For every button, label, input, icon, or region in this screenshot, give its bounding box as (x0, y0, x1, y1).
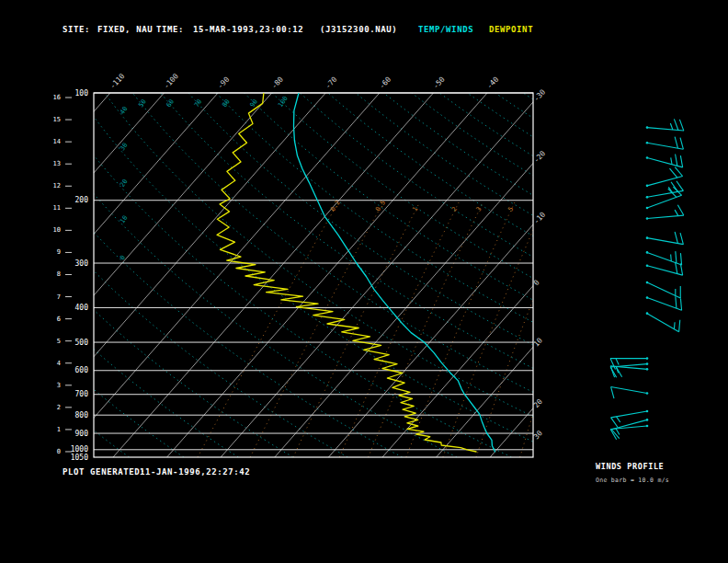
svg-text:20: 20 (119, 178, 129, 189)
svg-text:14: 14 (53, 138, 61, 145)
svg-text:20: 20 (532, 397, 544, 409)
svg-text:11: 11 (53, 204, 61, 212)
svg-text:1: 1 (411, 205, 419, 213)
svg-text:-10: -10 (532, 211, 548, 226)
svg-text:10: 10 (53, 226, 61, 234)
svg-text:16: 16 (53, 94, 61, 101)
isotherm-lines (0, 93, 728, 457)
svg-text:-100: -100 (162, 72, 180, 90)
svg-text:5: 5 (57, 338, 61, 345)
svg-text:100: 100 (75, 89, 89, 98)
svg-text:6: 6 (57, 316, 61, 323)
svg-text:4: 4 (57, 360, 61, 367)
temperature-curve (294, 93, 495, 452)
svg-text:70: 70 (193, 98, 203, 109)
svg-text:3: 3 (57, 382, 61, 389)
svg-text:-20: -20 (532, 149, 548, 165)
svg-text:30: 30 (532, 429, 544, 441)
svg-text:0: 0 (119, 254, 127, 261)
svg-text:500: 500 (75, 339, 89, 347)
svg-text:40: 40 (119, 105, 129, 116)
svg-text:15: 15 (53, 116, 61, 123)
svg-text:100: 100 (277, 95, 290, 109)
svg-text:7: 7 (57, 293, 61, 301)
svg-text:-30: -30 (532, 87, 548, 103)
svg-text:-40: -40 (485, 75, 501, 91)
plot-frame (65, 93, 533, 457)
svg-text:-90: -90 (216, 75, 232, 91)
svg-text:-50: -50 (431, 75, 447, 91)
svg-text:400: 400 (75, 304, 89, 312)
svg-text:1050: 1050 (71, 454, 88, 462)
svg-text:1: 1 (57, 426, 61, 433)
svg-text:0.5: 0.5 (374, 199, 387, 213)
svg-text:-110: -110 (108, 72, 127, 90)
svg-text:300: 300 (75, 259, 89, 268)
svg-text:50: 50 (137, 98, 147, 109)
sounding-screen: SITE: FIXED, NAU TIME: 15-MAR-1993,23:00… (0, 0, 728, 563)
pressure-lines (94, 93, 533, 450)
svg-text:0.2: 0.2 (329, 199, 342, 213)
svg-text:9: 9 (57, 248, 61, 256)
plot-generated-label: PLOT GENERATED: (63, 467, 145, 477)
svg-text:0: 0 (57, 448, 61, 455)
svg-text:600: 600 (75, 366, 89, 374)
svg-text:800: 800 (75, 411, 89, 419)
axis-labels: 1002003004005006007008009001000105001234… (53, 72, 548, 461)
svg-text:2: 2 (57, 404, 61, 411)
mixing-ratio-lines (198, 202, 609, 457)
svg-text:700: 700 (75, 390, 89, 398)
svg-text:10: 10 (532, 336, 544, 348)
svg-text:60: 60 (165, 98, 176, 109)
winds-profile-legend: One barb = 10.0 m/s (596, 477, 669, 484)
svg-text:8: 8 (57, 270, 61, 278)
svg-text:-60: -60 (378, 75, 393, 91)
winds-profile-title: WINDS PROFILE (596, 462, 664, 471)
plot-generated-value: 11-JAN-1996,22:27:42 (140, 467, 250, 477)
dry-adiabat-lines (0, 93, 728, 457)
svg-text:-80: -80 (270, 75, 286, 91)
svg-text:13: 13 (53, 160, 61, 167)
svg-text:12: 12 (53, 182, 61, 190)
svg-text:5: 5 (506, 205, 515, 213)
svg-text:-70: -70 (324, 75, 339, 91)
svg-text:10: 10 (119, 214, 129, 225)
wind-barbs (610, 119, 684, 439)
svg-text:3: 3 (474, 205, 483, 213)
svg-text:200: 200 (75, 196, 89, 204)
svg-text:2: 2 (450, 205, 459, 213)
svg-text:900: 900 (75, 430, 89, 438)
